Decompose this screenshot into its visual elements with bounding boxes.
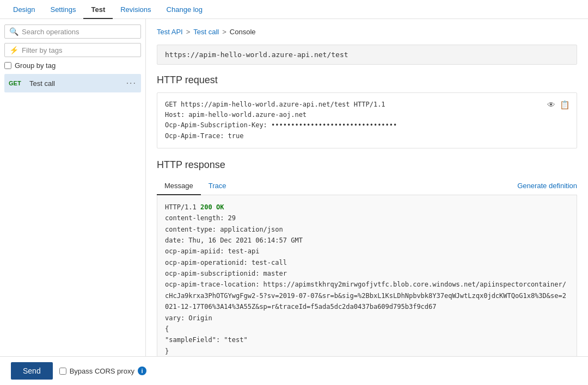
copy-icon[interactable]: 📋 (560, 98, 570, 111)
operation-item-left: GET Test call (9, 79, 55, 88)
request-line-2: Host: apim-hello-world.azure-aoj.net (165, 110, 569, 120)
request-line-3: Ocp-Apim-Subscription-Key: •••••••••••••… (165, 120, 569, 131)
response-body: HTTP/1.1 200 OK content-length: 29 conte… (157, 195, 577, 356)
response-line-8: ocp-apim-trace-location: https://apimstk… (165, 279, 569, 312)
tab-settings[interactable]: Settings (42, 1, 83, 19)
url-bar: https://apim-hello-world.azure-api.net/t… (157, 45, 577, 65)
breadcrumb-sep-1: > (186, 28, 191, 36)
tab-revisions[interactable]: Revisions (113, 1, 158, 19)
top-nav: Design Settings Test Revisions Change lo… (0, 0, 588, 19)
tab-message[interactable]: Message (157, 177, 201, 195)
request-line-4: Ocp-Apim-Trace: true (165, 131, 569, 141)
response-line-12: } (165, 346, 569, 356)
response-line-6: ocp-apim-operationid: test-call (165, 257, 569, 268)
operation-item[interactable]: GET Test call ··· (4, 74, 141, 92)
subscription-key-label: Ocp-Apim-Subscription-Key: (165, 121, 271, 129)
tab-changelog[interactable]: Change log (159, 1, 211, 19)
filter-box: ⚡ (4, 43, 141, 57)
filter-icon: ⚡ (9, 46, 19, 54)
response-tabs-left: Message Trace (157, 177, 234, 195)
response-line-7: ocp-apim-subscriptionid: master (165, 268, 569, 279)
request-box: GET https://apim-hello-world.azure-api.n… (157, 92, 577, 148)
response-line-4: date: Thu, 16 Dec 2021 06:14:57 GMT (165, 235, 569, 246)
bypass-cors-checkbox[interactable] (59, 368, 66, 375)
subscription-key-value: •••••••••••••••••••••••••••••••• (271, 121, 397, 129)
tab-trace[interactable]: Trace (201, 177, 234, 195)
operation-name: Test call (29, 79, 55, 88)
tab-design[interactable]: Design (5, 1, 42, 19)
bypass-cors-text: Bypass CORS proxy (70, 367, 134, 375)
main-area: 🔍 ⚡ Group by tag GET Test call ··· Test … (0, 19, 588, 356)
response-line-10: { (165, 324, 569, 334)
response-tab-bar: Message Trace Generate definition (157, 177, 577, 195)
content-area: Test API > Test call > Console https://a… (146, 19, 588, 356)
tab-test[interactable]: Test (83, 1, 113, 19)
breadcrumb-test-call[interactable]: Test call (193, 28, 219, 36)
request-line-1: GET https://apim-hello-world.azure-api.n… (165, 100, 569, 110)
search-box: 🔍 (4, 24, 141, 39)
response-line-3: content-type: application/json (165, 224, 569, 235)
breadcrumb-console: Console (230, 28, 256, 36)
sidebar: 🔍 ⚡ Group by tag GET Test call ··· (0, 19, 146, 356)
search-icon: 🔍 (9, 27, 19, 36)
visibility-icon[interactable]: 👁 (547, 98, 555, 111)
send-button[interactable]: Send (11, 362, 53, 380)
response-line-2: content-length: 29 (165, 213, 569, 223)
group-by-tag-checkbox[interactable] (4, 62, 11, 69)
breadcrumb: Test API > Test call > Console (157, 28, 577, 36)
operation-menu-icon[interactable]: ··· (126, 78, 137, 88)
response-line-9: vary: Origin (165, 313, 569, 324)
response-line-11: "sampleField": "test" (165, 334, 569, 345)
bypass-cors-label[interactable]: Bypass CORS proxy i (59, 367, 146, 375)
bottom-bar: Send Bypass CORS proxy i (0, 356, 588, 385)
breadcrumb-sep-2: > (222, 28, 226, 36)
search-input[interactable] (22, 28, 136, 36)
response-section: HTTP response Message Trace Generate def… (157, 159, 577, 356)
breadcrumb-test-api[interactable]: Test API (157, 28, 183, 36)
generate-definition-link[interactable]: Generate definition (517, 182, 577, 190)
http-request-heading: HTTP request (157, 74, 577, 86)
filter-input[interactable] (22, 46, 136, 54)
response-line-5: ocp-apim-apiid: test-api (165, 246, 569, 257)
method-badge: GET (9, 80, 25, 86)
response-line-1: HTTP/1.1 200 OK (165, 202, 569, 213)
http-response-heading: HTTP response (157, 159, 577, 171)
group-by-tag-text: Group by tag (15, 61, 56, 70)
bypass-cors-info-icon[interactable]: i (138, 367, 146, 375)
request-icons: 👁 📋 (547, 98, 570, 111)
group-by-tag-label[interactable]: Group by tag (4, 61, 141, 70)
